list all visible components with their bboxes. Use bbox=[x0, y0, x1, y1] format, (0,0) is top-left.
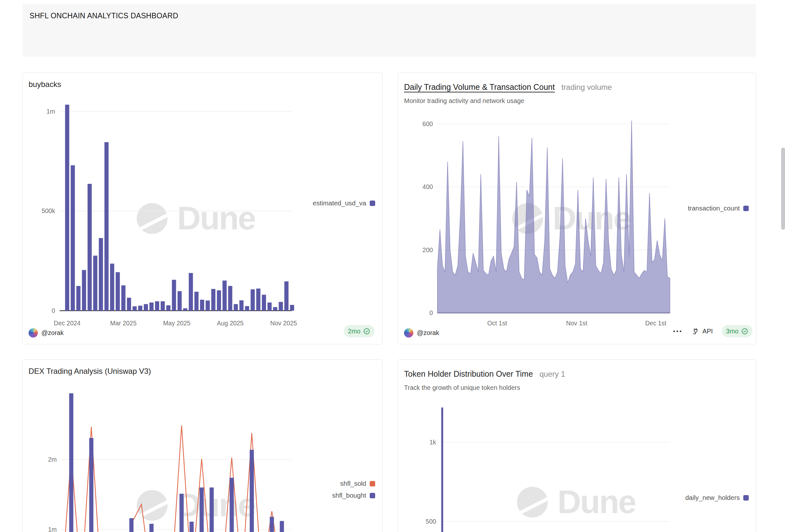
panel-holders-subtitle: Track the growth of unique token holders bbox=[404, 384, 520, 391]
legend-item-daily-new-holders[interactable]: daily_new_holders bbox=[685, 494, 749, 502]
legend-swatch-icon bbox=[370, 201, 375, 206]
panel-holders-title-suffix: query 1 bbox=[539, 370, 565, 378]
svg-text:1m: 1m bbox=[47, 108, 55, 115]
legend-item-estimated-usd-value[interactable]: estimated_usd_va bbox=[313, 199, 375, 207]
svg-text:May 2025: May 2025 bbox=[163, 320, 190, 327]
panel-volume-subtitle: Monitor trading activity and network usa… bbox=[404, 97, 525, 105]
author-link[interactable]: @zorak bbox=[42, 329, 64, 336]
svg-text:500: 500 bbox=[426, 518, 436, 525]
svg-text:500k: 500k bbox=[42, 207, 55, 214]
legend-swatch-icon bbox=[743, 495, 749, 501]
author-link[interactable]: @zorak bbox=[417, 329, 439, 336]
legend-item-shfl-bought[interactable]: shfl_bought bbox=[332, 491, 375, 499]
legend-swatch-icon bbox=[370, 493, 375, 498]
more-options-icon[interactable] bbox=[672, 329, 683, 333]
panel-token-holders: Token Holder Distribution Over Time quer… bbox=[398, 359, 756, 532]
panel-dex-title: DEX Trading Analysis (Uniswap V3) bbox=[29, 367, 151, 376]
dex-trading-chart[interactable]: 1m2m bbox=[23, 360, 382, 532]
refresh-age-badge[interactable]: 3mo bbox=[722, 325, 753, 337]
panel-trading-volume: Daily Trading Volume & Transaction Count… bbox=[398, 73, 756, 344]
svg-text:200: 200 bbox=[422, 247, 433, 253]
verified-seal-icon bbox=[363, 328, 370, 335]
buybacks-legend: estimated_usd_va bbox=[313, 199, 375, 207]
svg-text:400: 400 bbox=[422, 183, 433, 190]
svg-text:2m: 2m bbox=[48, 456, 57, 463]
panel-volume-title-link[interactable]: Daily Trading Volume & Transaction Count bbox=[404, 82, 555, 92]
legend-swatch-icon bbox=[370, 481, 375, 486]
dex-legend: shfl_sold shfl_bought bbox=[332, 480, 375, 499]
legend-item-shfl-sold[interactable]: shfl_sold bbox=[340, 480, 375, 487]
dashboard-header: SHFL ONCHAIN ANALYTICS DASHBOARD bbox=[23, 4, 756, 57]
svg-text:0: 0 bbox=[52, 307, 55, 314]
svg-text:Nov 2025: Nov 2025 bbox=[270, 320, 297, 327]
legend-item-transaction-count[interactable]: transaction_count bbox=[688, 204, 749, 212]
volume-legend: transaction_count bbox=[688, 204, 749, 212]
svg-text:1k: 1k bbox=[429, 439, 436, 446]
svg-text:Nov 1st: Nov 1st bbox=[566, 320, 588, 327]
panel-dex-trading: DEX Trading Analysis (Uniswap V3) Dune 1… bbox=[23, 359, 383, 532]
svg-text:Aug 2025: Aug 2025 bbox=[217, 320, 244, 327]
svg-text:0: 0 bbox=[429, 309, 433, 316]
dashboard-title: SHFL ONCHAIN ANALYTICS DASHBOARD bbox=[29, 11, 178, 20]
svg-text:Oct 1st: Oct 1st bbox=[487, 320, 507, 327]
svg-text:Dec 2024: Dec 2024 bbox=[54, 320, 80, 327]
panel-buybacks: buybacks Dune 0500k1mDec 2024Mar 2025May… bbox=[23, 73, 383, 344]
scrollbar-thumb[interactable] bbox=[781, 148, 785, 230]
panel-volume-title-suffix: trading volume bbox=[561, 83, 612, 92]
avatar[interactable] bbox=[29, 328, 38, 337]
panel-buybacks-title: buybacks bbox=[29, 80, 61, 89]
svg-text:600: 600 bbox=[422, 120, 433, 127]
svg-text:Dec 1st: Dec 1st bbox=[645, 320, 666, 327]
verified-seal-icon bbox=[741, 328, 749, 335]
avatar[interactable] bbox=[404, 328, 413, 337]
api-button[interactable]: API bbox=[692, 327, 713, 335]
api-plug-icon bbox=[692, 327, 700, 335]
holders-legend: daily_new_holders bbox=[685, 494, 749, 502]
buybacks-bar-chart[interactable]: 0500k1mDec 2024Mar 2025May 2025Aug 2025N… bbox=[23, 73, 382, 344]
refresh-age-badge[interactable]: 2mo bbox=[344, 325, 375, 337]
svg-text:1m: 1m bbox=[48, 526, 57, 532]
panel-holders-title: Token Holder Distribution Over Time bbox=[404, 369, 533, 378]
svg-text:Mar 2025: Mar 2025 bbox=[110, 320, 136, 327]
legend-swatch-icon bbox=[743, 206, 749, 211]
